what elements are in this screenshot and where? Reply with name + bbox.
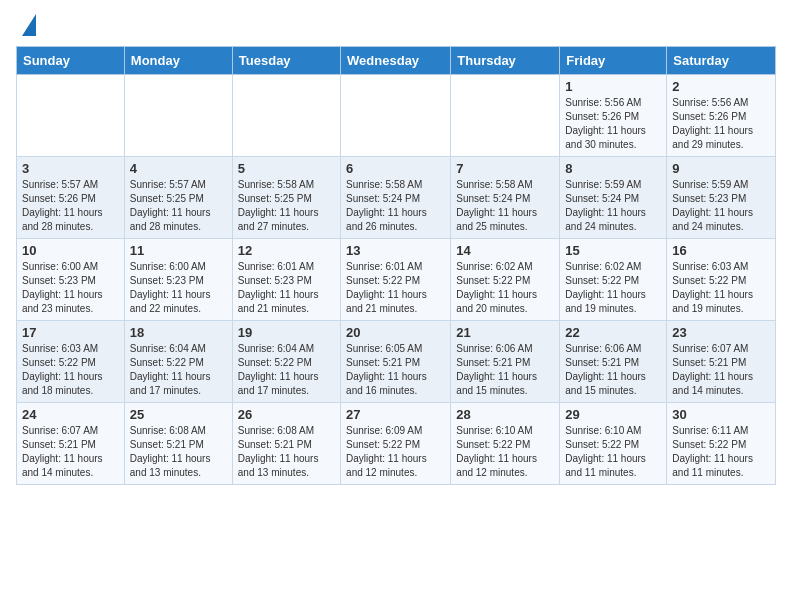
- day-number: 16: [672, 243, 770, 258]
- calendar-table: SundayMondayTuesdayWednesdayThursdayFrid…: [16, 46, 776, 485]
- calendar-cell: 7Sunrise: 5:58 AM Sunset: 5:24 PM Daylig…: [451, 157, 560, 239]
- day-info: Sunrise: 5:57 AM Sunset: 5:25 PM Dayligh…: [130, 178, 227, 234]
- day-info: Sunrise: 6:00 AM Sunset: 5:23 PM Dayligh…: [22, 260, 119, 316]
- calendar-cell: 4Sunrise: 5:57 AM Sunset: 5:25 PM Daylig…: [124, 157, 232, 239]
- day-number: 3: [22, 161, 119, 176]
- calendar-cell: 1Sunrise: 5:56 AM Sunset: 5:26 PM Daylig…: [560, 75, 667, 157]
- calendar-cell: 24Sunrise: 6:07 AM Sunset: 5:21 PM Dayli…: [17, 403, 125, 485]
- day-info: Sunrise: 6:11 AM Sunset: 5:22 PM Dayligh…: [672, 424, 770, 480]
- calendar-week-row: 3Sunrise: 5:57 AM Sunset: 5:26 PM Daylig…: [17, 157, 776, 239]
- day-number: 15: [565, 243, 661, 258]
- calendar-cell: 12Sunrise: 6:01 AM Sunset: 5:23 PM Dayli…: [232, 239, 340, 321]
- day-info: Sunrise: 6:08 AM Sunset: 5:21 PM Dayligh…: [130, 424, 227, 480]
- day-number: 20: [346, 325, 445, 340]
- day-info: Sunrise: 5:56 AM Sunset: 5:26 PM Dayligh…: [672, 96, 770, 152]
- calendar-cell: 20Sunrise: 6:05 AM Sunset: 5:21 PM Dayli…: [341, 321, 451, 403]
- calendar-cell: 23Sunrise: 6:07 AM Sunset: 5:21 PM Dayli…: [667, 321, 776, 403]
- weekday-header: Friday: [560, 47, 667, 75]
- weekday-header: Sunday: [17, 47, 125, 75]
- calendar-cell: 3Sunrise: 5:57 AM Sunset: 5:26 PM Daylig…: [17, 157, 125, 239]
- weekday-header: Thursday: [451, 47, 560, 75]
- day-info: Sunrise: 6:04 AM Sunset: 5:22 PM Dayligh…: [238, 342, 335, 398]
- page: SundayMondayTuesdayWednesdayThursdayFrid…: [0, 0, 792, 495]
- calendar-cell: 6Sunrise: 5:58 AM Sunset: 5:24 PM Daylig…: [341, 157, 451, 239]
- day-info: Sunrise: 5:58 AM Sunset: 5:24 PM Dayligh…: [346, 178, 445, 234]
- day-info: Sunrise: 6:08 AM Sunset: 5:21 PM Dayligh…: [238, 424, 335, 480]
- day-info: Sunrise: 5:58 AM Sunset: 5:24 PM Dayligh…: [456, 178, 554, 234]
- day-info: Sunrise: 6:04 AM Sunset: 5:22 PM Dayligh…: [130, 342, 227, 398]
- day-number: 10: [22, 243, 119, 258]
- day-number: 4: [130, 161, 227, 176]
- calendar-cell: 21Sunrise: 6:06 AM Sunset: 5:21 PM Dayli…: [451, 321, 560, 403]
- day-number: 28: [456, 407, 554, 422]
- day-number: 17: [22, 325, 119, 340]
- day-number: 11: [130, 243, 227, 258]
- day-info: Sunrise: 6:09 AM Sunset: 5:22 PM Dayligh…: [346, 424, 445, 480]
- day-number: 21: [456, 325, 554, 340]
- logo: [16, 16, 36, 36]
- day-info: Sunrise: 6:06 AM Sunset: 5:21 PM Dayligh…: [456, 342, 554, 398]
- calendar-cell: 5Sunrise: 5:58 AM Sunset: 5:25 PM Daylig…: [232, 157, 340, 239]
- calendar-week-row: 10Sunrise: 6:00 AM Sunset: 5:23 PM Dayli…: [17, 239, 776, 321]
- calendar-cell: 10Sunrise: 6:00 AM Sunset: 5:23 PM Dayli…: [17, 239, 125, 321]
- day-number: 19: [238, 325, 335, 340]
- calendar-cell: 15Sunrise: 6:02 AM Sunset: 5:22 PM Dayli…: [560, 239, 667, 321]
- day-info: Sunrise: 6:02 AM Sunset: 5:22 PM Dayligh…: [565, 260, 661, 316]
- header: [16, 16, 776, 36]
- calendar-cell: 25Sunrise: 6:08 AM Sunset: 5:21 PM Dayli…: [124, 403, 232, 485]
- day-info: Sunrise: 5:59 AM Sunset: 5:23 PM Dayligh…: [672, 178, 770, 234]
- day-number: 14: [456, 243, 554, 258]
- calendar-cell: [232, 75, 340, 157]
- day-info: Sunrise: 6:01 AM Sunset: 5:22 PM Dayligh…: [346, 260, 445, 316]
- calendar-cell: [451, 75, 560, 157]
- calendar-cell: 30Sunrise: 6:11 AM Sunset: 5:22 PM Dayli…: [667, 403, 776, 485]
- calendar-cell: 2Sunrise: 5:56 AM Sunset: 5:26 PM Daylig…: [667, 75, 776, 157]
- day-number: 23: [672, 325, 770, 340]
- day-info: Sunrise: 6:07 AM Sunset: 5:21 PM Dayligh…: [672, 342, 770, 398]
- calendar-cell: 14Sunrise: 6:02 AM Sunset: 5:22 PM Dayli…: [451, 239, 560, 321]
- day-info: Sunrise: 6:01 AM Sunset: 5:23 PM Dayligh…: [238, 260, 335, 316]
- calendar-cell: 29Sunrise: 6:10 AM Sunset: 5:22 PM Dayli…: [560, 403, 667, 485]
- calendar-cell: 8Sunrise: 5:59 AM Sunset: 5:24 PM Daylig…: [560, 157, 667, 239]
- day-number: 22: [565, 325, 661, 340]
- calendar-cell: 13Sunrise: 6:01 AM Sunset: 5:22 PM Dayli…: [341, 239, 451, 321]
- weekday-header: Saturday: [667, 47, 776, 75]
- calendar-week-row: 17Sunrise: 6:03 AM Sunset: 5:22 PM Dayli…: [17, 321, 776, 403]
- day-number: 7: [456, 161, 554, 176]
- calendar-cell: 26Sunrise: 6:08 AM Sunset: 5:21 PM Dayli…: [232, 403, 340, 485]
- logo-triangle-icon: [22, 14, 36, 36]
- calendar-cell: 16Sunrise: 6:03 AM Sunset: 5:22 PM Dayli…: [667, 239, 776, 321]
- day-info: Sunrise: 6:06 AM Sunset: 5:21 PM Dayligh…: [565, 342, 661, 398]
- day-info: Sunrise: 5:59 AM Sunset: 5:24 PM Dayligh…: [565, 178, 661, 234]
- calendar-header-row: SundayMondayTuesdayWednesdayThursdayFrid…: [17, 47, 776, 75]
- calendar-cell: 18Sunrise: 6:04 AM Sunset: 5:22 PM Dayli…: [124, 321, 232, 403]
- day-info: Sunrise: 6:05 AM Sunset: 5:21 PM Dayligh…: [346, 342, 445, 398]
- day-info: Sunrise: 6:02 AM Sunset: 5:22 PM Dayligh…: [456, 260, 554, 316]
- calendar-cell: 17Sunrise: 6:03 AM Sunset: 5:22 PM Dayli…: [17, 321, 125, 403]
- day-info: Sunrise: 6:03 AM Sunset: 5:22 PM Dayligh…: [672, 260, 770, 316]
- day-number: 18: [130, 325, 227, 340]
- day-info: Sunrise: 5:56 AM Sunset: 5:26 PM Dayligh…: [565, 96, 661, 152]
- day-info: Sunrise: 6:10 AM Sunset: 5:22 PM Dayligh…: [565, 424, 661, 480]
- calendar-cell: [124, 75, 232, 157]
- day-info: Sunrise: 6:00 AM Sunset: 5:23 PM Dayligh…: [130, 260, 227, 316]
- day-number: 8: [565, 161, 661, 176]
- calendar-cell: 11Sunrise: 6:00 AM Sunset: 5:23 PM Dayli…: [124, 239, 232, 321]
- calendar-week-row: 1Sunrise: 5:56 AM Sunset: 5:26 PM Daylig…: [17, 75, 776, 157]
- day-number: 29: [565, 407, 661, 422]
- day-number: 5: [238, 161, 335, 176]
- day-info: Sunrise: 5:58 AM Sunset: 5:25 PM Dayligh…: [238, 178, 335, 234]
- calendar-cell: 9Sunrise: 5:59 AM Sunset: 5:23 PM Daylig…: [667, 157, 776, 239]
- calendar-cell: 28Sunrise: 6:10 AM Sunset: 5:22 PM Dayli…: [451, 403, 560, 485]
- day-number: 9: [672, 161, 770, 176]
- calendar-cell: 22Sunrise: 6:06 AM Sunset: 5:21 PM Dayli…: [560, 321, 667, 403]
- day-info: Sunrise: 6:03 AM Sunset: 5:22 PM Dayligh…: [22, 342, 119, 398]
- day-number: 1: [565, 79, 661, 94]
- day-number: 27: [346, 407, 445, 422]
- weekday-header: Tuesday: [232, 47, 340, 75]
- weekday-header: Wednesday: [341, 47, 451, 75]
- day-info: Sunrise: 6:07 AM Sunset: 5:21 PM Dayligh…: [22, 424, 119, 480]
- weekday-header: Monday: [124, 47, 232, 75]
- day-number: 13: [346, 243, 445, 258]
- calendar-cell: 19Sunrise: 6:04 AM Sunset: 5:22 PM Dayli…: [232, 321, 340, 403]
